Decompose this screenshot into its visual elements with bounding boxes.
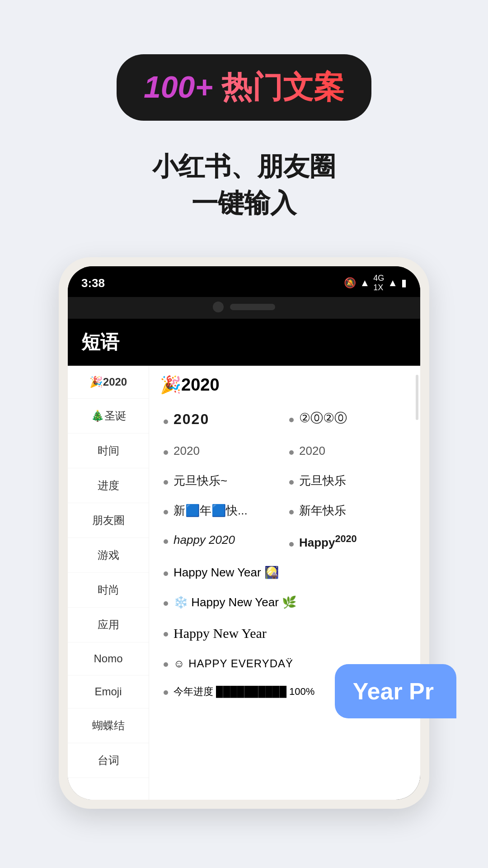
sidebar-item-2020[interactable]: 🎉2020: [68, 366, 149, 399]
list-item[interactable]: happy 2020: [160, 526, 284, 557]
sidebar-item-app[interactable]: 应用: [68, 608, 149, 642]
bullet-icon: [164, 480, 168, 485]
app-content: 🎉2020 🎄圣诞 时间 进度 朋友圈 游戏 时尚 应用 Nomo Emoji …: [68, 366, 420, 800]
sidebar-item-social[interactable]: 朋友圈: [68, 503, 149, 538]
mute-icon: 🔕: [344, 277, 356, 289]
signal-icon: ▲: [388, 277, 398, 289]
item-text: 新🟦年🟦快...: [174, 503, 248, 519]
item-text: ❄️ Happy New Year 🌿: [174, 595, 296, 610]
badge-number: 100+: [144, 70, 213, 104]
list-item[interactable]: 2020: [286, 437, 409, 465]
bullet-icon: [289, 450, 294, 455]
section-title: 🎉2020: [160, 375, 409, 395]
bullet-icon: [164, 510, 168, 514]
bullet-icon: [164, 450, 168, 455]
item-text: 2020: [174, 410, 209, 429]
list-item[interactable]: 新🟦年🟦快...: [160, 497, 284, 525]
item-text: 2020: [174, 443, 200, 459]
phone-container: 3:38 🔕 ▲ 4G1X ▲ ▮ 短语: [59, 257, 429, 809]
bullet-icon: [289, 510, 294, 514]
sidebar-item-lines[interactable]: 台词: [68, 743, 149, 778]
bullet-icon: [164, 571, 168, 576]
battery-icon: ▮: [401, 277, 407, 289]
item-text: 元旦快乐: [299, 473, 346, 489]
sidebar-item-bowtie[interactable]: 蝴蝶结: [68, 708, 149, 743]
sidebar-item-progress[interactable]: 进度: [68, 468, 149, 503]
status-icons: 🔕 ▲ 4G1X ▲ ▮: [344, 274, 407, 292]
item-text: 元旦快乐~: [174, 473, 227, 489]
bullet-icon: [164, 601, 168, 606]
camera-speaker: [230, 304, 275, 310]
camera-dot: [213, 302, 224, 312]
item-text: Happy New Year: [174, 624, 267, 642]
item-text: happy 2020: [174, 533, 235, 548]
bullet-icon: [164, 690, 168, 695]
list-item[interactable]: 元旦快乐~: [160, 467, 284, 495]
item-text: Happy New Year 🎑: [174, 565, 279, 580]
list-item[interactable]: Happy New Year: [160, 618, 409, 648]
camera-area: [68, 297, 420, 319]
list-item[interactable]: ②⓪②⓪: [286, 404, 409, 435]
speech-bubble-text: Year Pr: [353, 678, 434, 704]
bullet-icon: [289, 418, 294, 422]
list-item[interactable]: Happy2020: [286, 526, 409, 557]
speech-bubble: Year Pr: [335, 664, 456, 718]
app-header: 短语: [68, 319, 420, 366]
bullet-icon: [164, 632, 168, 637]
signal-label: 4G1X: [373, 274, 384, 292]
bullet-icon: [289, 480, 294, 485]
sidebar-item-game[interactable]: 游戏: [68, 538, 149, 573]
subtitle: 小红书、朋友圈 一键输入: [152, 148, 336, 221]
list-item[interactable]: Happy New Year 🎑: [160, 559, 409, 587]
bullet-icon: [164, 539, 168, 544]
subtitle-line2: 一键输入: [152, 184, 336, 221]
list-item[interactable]: ❄️ Happy New Year 🌿: [160, 589, 409, 617]
bullet-icon: [164, 662, 168, 667]
bullet-icon: [164, 420, 168, 424]
list-item[interactable]: 新年快乐: [286, 497, 409, 525]
phone-inner: 3:38 🔕 ▲ 4G1X ▲ ▮ 短语: [68, 266, 420, 800]
items-grid: 2020 ②⓪②⓪ 2020 2020: [160, 404, 409, 704]
top-badge: 100+ 热门文案: [117, 54, 371, 121]
sidebar: 🎉2020 🎄圣诞 时间 进度 朋友圈 游戏 时尚 应用 Nomo Emoji …: [68, 366, 149, 800]
wifi-icon: ▲: [360, 277, 370, 289]
sidebar-item-emoji[interactable]: Emoji: [68, 675, 149, 708]
item-text: 今年进度 ██████████ 100%: [174, 685, 314, 698]
list-item[interactable]: 2020: [160, 437, 284, 465]
sidebar-item-christmas[interactable]: 🎄圣诞: [68, 399, 149, 434]
status-bar: 3:38 🔕 ▲ 4G1X ▲ ▮: [68, 266, 420, 297]
sidebar-item-nomo[interactable]: Nomo: [68, 642, 149, 675]
item-text: 新年快乐: [299, 503, 346, 519]
item-text: Happy2020: [299, 533, 357, 550]
status-time: 3:38: [81, 276, 105, 290]
subtitle-line1: 小红书、朋友圈: [152, 148, 336, 184]
phone-mockup: 3:38 🔕 ▲ 4G1X ▲ ▮ 短语: [59, 257, 429, 809]
bullet-icon: [289, 542, 294, 547]
scrollbar[interactable]: [416, 375, 418, 420]
item-text: ☺ HAPPY EVERYDAŸ: [174, 656, 293, 670]
item-text: 2020: [299, 443, 325, 459]
item-text: ②⓪②⓪: [299, 410, 347, 426]
sidebar-item-time[interactable]: 时间: [68, 434, 149, 468]
list-item[interactable]: 元旦快乐: [286, 467, 409, 495]
sidebar-item-fashion[interactable]: 时尚: [68, 573, 149, 608]
list-item[interactable]: 2020: [160, 404, 284, 435]
app-title: 短语: [81, 331, 119, 353]
badge-label: 热门文案: [221, 70, 344, 104]
main-content: 🎉2020 2020 ②⓪②⓪: [149, 366, 420, 800]
